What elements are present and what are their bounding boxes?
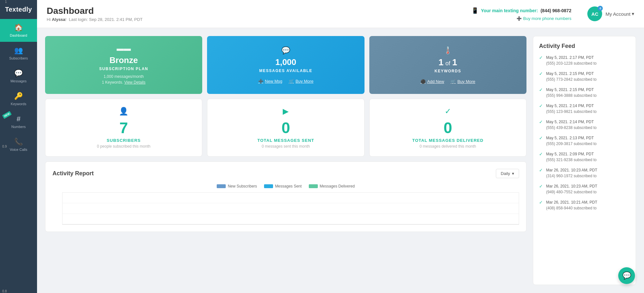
subscriber-person-icon: 👤	[119, 107, 128, 116]
chart-grid-line-1	[62, 203, 519, 203]
username: Alyssa	[52, 17, 65, 22]
plus-icon: ➕	[516, 16, 522, 21]
messages-sent-label: TOTAL MESSAGES SENT	[257, 138, 314, 143]
plan-keywords: 1 Keywords. View Details	[102, 80, 146, 85]
feed-item-text: Mar 26, 2021. 10:23 AM, PDT (314) 960-19…	[546, 167, 597, 179]
send-arrow-icon: ▶	[283, 107, 289, 116]
messages-delivered-card: ✓ 0 TOTAL MESSAGES DELIVERED 0 messages …	[369, 99, 526, 157]
legend-messages-sent: Messages Sent	[264, 184, 302, 188]
phone-number: (844) 968-0872	[541, 8, 572, 13]
activity-report-section: Activity Report Daily ▾ New Subscribers …	[45, 161, 526, 232]
messages-available-label: MESSAGES AVAILABLE	[259, 69, 312, 73]
cart-icon: 🛒	[289, 79, 294, 84]
feed-item-text: May 5, 2021. 2:14 PM, PDT (555) 123-9821…	[546, 103, 597, 114]
plan-card: ▬▬ Bronze SUBSCRIPTION PLAN 1,000 messag…	[45, 36, 202, 94]
sidebar-label-voice-calls: Voice Calls	[10, 148, 27, 151]
messages-available-number: 1,000	[275, 57, 296, 67]
list-item: ✓ May 5, 2021. 2:17 PM, PDT (555) 203-12…	[539, 55, 630, 66]
buy-more-keywords-button[interactable]: 🛒 Buy More	[450, 79, 475, 84]
plan-icon: ▬▬	[117, 44, 131, 53]
list-item: ✓ May 5, 2021. 2:15 PM, PDT (555) 994-38…	[539, 87, 630, 98]
stats-cards-row: 👤 7 SUBSCRIBERS 0 people subscribed this…	[45, 99, 526, 157]
checkmark-icon: ✓	[445, 107, 451, 116]
header-right: 📱 Your main texting number: (844) 968-08…	[471, 7, 572, 21]
list-item: ✓ May 5, 2021. 2:14 PM, PDT (555) 439-82…	[539, 119, 630, 131]
legend-new-subscribers-color	[217, 184, 226, 188]
check-icon: ✓	[539, 71, 543, 76]
main-content: Dashboard Hi Alyssa! Last login: Sep 28,…	[37, 0, 644, 293]
feed-items-list: ✓ May 5, 2021. 2:17 PM, PDT (555) 203-12…	[539, 55, 630, 211]
messages-sent-card: ▶ 0 TOTAL MESSAGES SENT 0 messages sent …	[207, 99, 364, 157]
check-icon: ✓	[539, 119, 543, 124]
new-msg-button[interactable]: ➕ New Msg	[258, 79, 282, 84]
feed-item-text: May 5, 2021. 2:13 PM, PDT (555) 209-3817…	[546, 135, 597, 147]
report-header: Activity Report Daily ▾	[52, 169, 519, 178]
buy-more-numbers-button[interactable]: ➕ Buy more phone numbers	[516, 16, 572, 21]
header-account[interactable]: AC 0 My Account ▾	[587, 6, 634, 21]
account-menu-button[interactable]: My Account ▾	[605, 11, 634, 17]
keywords-card: 🌡️ 1 of 1 KEYWORDS ⚫ Add New 🛒	[369, 36, 526, 94]
thermometer-icon: 🌡️	[443, 46, 452, 55]
voice-calls-icon: 📞	[14, 138, 23, 146]
keywords-actions: ⚫ Add New 🛒 Buy More	[421, 79, 475, 84]
legend-messages-delivered: Messages Delivered	[309, 184, 355, 188]
numbers-icon: #	[16, 115, 20, 123]
plan-name: Bronze	[109, 55, 138, 65]
logo-text: Textedly	[5, 6, 32, 13]
check-icon: ✓	[539, 200, 543, 205]
messages-delivered-sub: 0 messages delivered this month	[420, 144, 476, 149]
report-title: Activity Report	[52, 170, 94, 177]
buy-more-messages-button[interactable]: 🛒 Buy More	[289, 79, 314, 84]
subscribers-label: SUBSCRIBERS	[107, 138, 141, 143]
subscribers-number: 7	[119, 119, 128, 137]
list-item: ✓ May 5, 2021. 2:09 PM, PDT (555) 321-92…	[539, 151, 630, 163]
sidebar-label-dashboard: Dashboard	[10, 33, 27, 37]
feed-item-text: Mar 26, 2021. 10:21 AM, PDT (408) 858-94…	[546, 199, 597, 211]
check-icon: ✓	[539, 55, 543, 60]
feed-title: Activity Feed	[539, 43, 630, 50]
avatar: AC 0	[587, 6, 602, 21]
messages-actions: ➕ New Msg 🛒 Buy More	[258, 79, 314, 84]
list-item: ✓ May 5, 2021. 2:13 PM, PDT (555) 209-38…	[539, 135, 630, 147]
page-title: Dashboard	[47, 6, 143, 16]
header-phone: 📱 Your main texting number: (844) 968-08…	[471, 7, 572, 14]
activity-feed: Activity Feed ✓ May 5, 2021. 2:17 PM, PD…	[533, 36, 636, 285]
header: Dashboard Hi Alyssa! Last login: Sep 28,…	[37, 0, 644, 28]
messages-delivered-number: 0	[443, 119, 452, 137]
keywords-icon: 🔑	[14, 92, 23, 100]
sidebar-label-numbers: Numbers	[11, 125, 26, 129]
chat-bubble-button[interactable]: 💬	[618, 267, 635, 284]
keywords-used: 1	[439, 57, 444, 68]
check-icon: ✓	[539, 87, 543, 92]
list-item: ✓ May 5, 2021. 2:15 PM, PDT (555) 773-28…	[539, 71, 630, 82]
plan-messages: 1,000 messages/month	[104, 74, 144, 79]
feed-item-text: May 5, 2021. 2:15 PM, PDT (555) 994-3888…	[546, 87, 597, 98]
report-filter-button[interactable]: Daily ▾	[496, 169, 519, 178]
header-subtitle: Hi Alyssa! Last login: Sep 28, 2021. 2:4…	[47, 17, 143, 22]
messages-sent-number: 0	[281, 119, 290, 137]
feed-item-text: May 5, 2021. 2:17 PM, PDT (555) 203-1228…	[546, 55, 597, 66]
feed-item-text: May 5, 2021. 2:09 PM, PDT (555) 321-9238…	[546, 151, 597, 163]
legend-messages-sent-color	[264, 184, 273, 188]
list-item: ✓ Mar 26, 2021. 10:23 AM, PDT (314) 960-…	[539, 167, 630, 179]
dashboard-center: ▬▬ Bronze SUBSCRIPTION PLAN 1,000 messag…	[45, 36, 526, 285]
home-icon: 🏠	[14, 23, 23, 32]
chart-grid	[62, 192, 519, 224]
add-new-keyword-button[interactable]: ⚫ Add New	[421, 79, 444, 84]
feed-item-text: May 5, 2021. 2:15 PM, PDT (555) 773-2842…	[546, 71, 597, 82]
chat-icon: 💬	[281, 46, 290, 55]
check-icon: ✓	[539, 184, 543, 189]
feed-item-text: Mar 26, 2021. 10:23 AM, PDT (949) 480-75…	[546, 183, 597, 195]
view-details-link[interactable]: View Details	[124, 80, 146, 85]
header-left: Dashboard Hi Alyssa! Last login: Sep 28,…	[47, 6, 143, 22]
sidebar-label-keywords: Keywords	[11, 102, 26, 106]
plan-subtitle: SUBSCRIPTION PLAN	[99, 67, 148, 71]
sidebar-label-subscribers: Subscribers	[9, 56, 28, 60]
chevron-down-icon: ▾	[632, 11, 634, 17]
messages-sent-sub: 0 messages sent this month	[262, 144, 310, 149]
feed-item-text: May 5, 2021. 2:14 PM, PDT (555) 439-8238…	[546, 119, 597, 131]
header-right-wrapper: 📱 Your main texting number: (844) 968-08…	[471, 6, 634, 21]
chat-bubble-icon: 💬	[622, 271, 631, 280]
keywords-stat: 1 of 1	[439, 57, 457, 68]
subscribers-sub: 0 people subscribed this month	[97, 144, 150, 149]
